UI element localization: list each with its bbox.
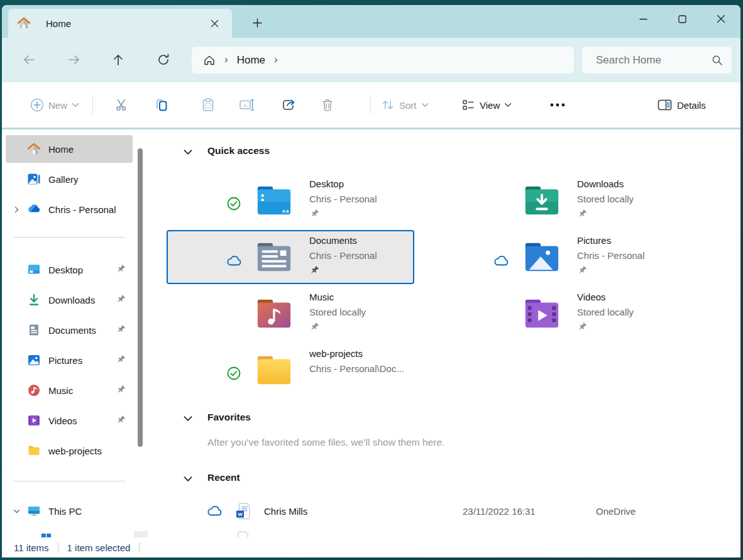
rename-icon: A — [239, 97, 255, 113]
paste-button[interactable] — [194, 91, 222, 119]
sidebar-item-this-pc[interactable]: This PC — [6, 497, 133, 525]
selection-count: 1 item selected — [67, 542, 131, 553]
section-chevron-icon[interactable] — [182, 146, 194, 158]
minimize-button[interactable] — [624, 5, 663, 33]
back-button[interactable] — [19, 50, 38, 69]
tab-home[interactable]: Home — [8, 9, 232, 38]
cut-button[interactable] — [108, 91, 136, 119]
home-icon — [17, 16, 31, 30]
documents-icon — [27, 323, 41, 337]
breadcrumb-chevron-icon[interactable]: › — [274, 53, 278, 66]
sidebar-item-desktop[interactable]: Desktop — [6, 256, 133, 283]
sidebar-item-pictures[interactable]: Pictures — [6, 346, 133, 374]
sidebar-item-home[interactable]: Home — [6, 135, 133, 163]
sidebar-item-music[interactable]: Music — [6, 376, 133, 404]
pin-icon — [116, 415, 126, 426]
sidebar-item-videos[interactable]: Videos — [6, 407, 133, 434]
breadcrumb-chevron-icon: › — [224, 53, 228, 66]
rename-button[interactable]: A — [233, 91, 261, 119]
file-name: Pictures — [577, 235, 611, 246]
recent-file-location: OneDrive — [596, 506, 636, 517]
navigation-sidebar: Home Gallery C — [2, 129, 148, 537]
details-pane-icon — [657, 97, 673, 113]
sync-check-icon — [226, 196, 241, 211]
item-count: 11 items — [14, 542, 49, 553]
pin-icon — [577, 266, 588, 277]
sidebar-item-onedrive[interactable]: Chris - Personal — [6, 195, 133, 223]
home-icon — [27, 142, 41, 156]
details-button[interactable]: Details — [657, 91, 710, 119]
navigation-bar: › Home › Search Home — [2, 38, 740, 84]
tab-close-button[interactable] — [207, 16, 222, 31]
search-input[interactable]: Search Home — [582, 47, 732, 74]
chevron-down-icon — [504, 101, 512, 109]
status-separator — [139, 542, 140, 552]
pictures-icon — [27, 353, 41, 367]
maximize-button[interactable] — [663, 5, 702, 33]
window-controls — [624, 5, 740, 33]
file-icon-partial — [235, 531, 249, 537]
pin-icon — [309, 209, 320, 220]
file-tile-music[interactable]: Music Stored locally — [167, 287, 414, 341]
section-title-quick-access[interactable]: Quick access — [207, 145, 270, 156]
chevron-down-icon — [71, 101, 80, 109]
sidebar-scrollbar-thumb[interactable] — [138, 148, 143, 447]
section-chevron-icon[interactable] — [182, 473, 194, 485]
section-title-recent[interactable]: Recent — [207, 472, 240, 483]
documents-folder-icon — [255, 238, 294, 274]
sidebar-item-gallery[interactable]: Gallery — [6, 165, 133, 193]
toolbar-separator — [92, 96, 93, 114]
new-plus-icon — [30, 97, 45, 113]
file-tile-downloads[interactable]: Downloads Stored locally — [434, 173, 682, 228]
delete-button[interactable] — [314, 91, 341, 119]
pin-icon — [116, 265, 126, 275]
address-bar[interactable]: › Home › — [192, 47, 574, 74]
collapse-chevron-icon[interactable] — [6, 507, 27, 515]
search-placeholder: Search Home — [596, 54, 712, 67]
file-tile-documents-selected[interactable]: Documents Chris - Personal — [167, 230, 414, 284]
new-button[interactable]: New — [30, 91, 80, 119]
music-folder-icon — [255, 294, 294, 331]
file-subtitle: Stored locally — [577, 194, 634, 204]
file-name: web-projects — [309, 348, 363, 359]
downloads-folder-icon — [522, 181, 561, 217]
file-list-pane: Quick access Desktop Chris - Personal — [148, 129, 740, 537]
favorites-empty-message: After you’ve favorited some files, we’ll… — [207, 437, 444, 448]
music-icon — [27, 383, 41, 397]
sidebar-item-web-projects[interactable]: web-projects — [6, 437, 133, 464]
file-tile-web-projects[interactable]: web-projects Chris - Personal\Doc... — [167, 343, 414, 397]
pictures-folder-icon — [522, 238, 561, 274]
sort-label: Sort — [399, 100, 417, 111]
share-button[interactable] — [275, 91, 302, 119]
refresh-button[interactable] — [154, 50, 173, 69]
up-button[interactable] — [109, 50, 128, 69]
section-title-favorites[interactable]: Favorites — [207, 412, 251, 423]
view-label: View — [480, 100, 500, 111]
new-tab-button[interactable] — [248, 14, 266, 31]
copy-button[interactable] — [148, 91, 175, 119]
recent-file-date: 23/11/2022 16:31 — [463, 506, 536, 517]
file-tile-pictures[interactable]: Pictures Chris - Personal — [434, 230, 682, 284]
more-options-button[interactable] — [544, 91, 571, 119]
view-button[interactable]: View — [461, 91, 512, 119]
breadcrumb-item-home[interactable]: Home — [237, 54, 265, 67]
sort-button[interactable]: Sort — [380, 91, 429, 119]
command-toolbar: New A — [2, 82, 740, 128]
pin-icon — [116, 355, 126, 366]
chevron-down-icon — [421, 101, 429, 109]
forward-button[interactable] — [65, 50, 84, 69]
onedrive-icon — [27, 202, 41, 216]
section-chevron-icon[interactable] — [182, 413, 194, 424]
sidebar-item-documents[interactable]: Documents — [6, 316, 133, 344]
sidebar-item-windows-drive-partial[interactable] — [41, 533, 52, 537]
up-arrow-icon — [111, 53, 125, 67]
trash-icon — [320, 97, 335, 113]
close-window-button[interactable] — [702, 5, 740, 33]
file-tile-videos[interactable]: Videos Stored locally — [434, 287, 682, 341]
file-tile-desktop[interactable]: Desktop Chris - Personal — [167, 173, 414, 228]
close-icon — [717, 14, 725, 23]
expand-chevron-icon[interactable] — [6, 206, 27, 214]
sort-icon — [380, 97, 395, 113]
sidebar-item-downloads[interactable]: Downloads — [6, 286, 133, 314]
plus-icon — [253, 18, 262, 28]
